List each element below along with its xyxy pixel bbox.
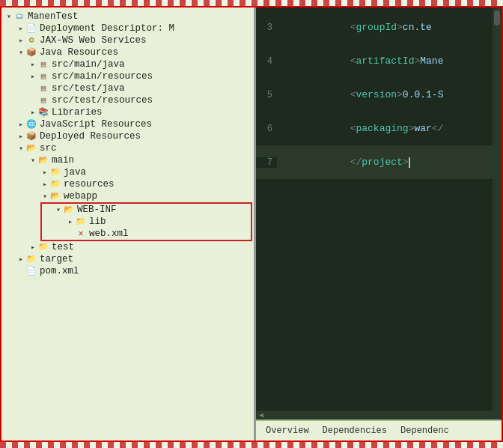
vertical-scrollbar[interactable] bbox=[493, 7, 502, 411]
tree-item-web-xml[interactable]: ✕ web.xml bbox=[42, 228, 251, 240]
tree-label: src/main/resources bbox=[52, 71, 153, 82]
bottom-scroll-bar[interactable]: ◀ bbox=[256, 411, 502, 420]
scroll-left-arrow[interactable]: ◀ bbox=[259, 411, 263, 420]
code-editor[interactable]: 3 <groupId>cn.te 4 <artifactId>Mane 5 bbox=[256, 7, 493, 411]
folder-icon: 📁 bbox=[49, 167, 61, 178]
tree-label: src/test/resources bbox=[52, 95, 153, 106]
tree-item-web-inf[interactable]: 📂 WEB-INF bbox=[42, 204, 251, 216]
tree-item-pom-xml[interactable]: 📄 pom.xml bbox=[1, 265, 254, 277]
tree-label: Deployment Descriptor: M bbox=[40, 23, 174, 34]
tree-item-java-resources[interactable]: 📦 Java Resources bbox=[1, 46, 254, 58]
tree-item-java[interactable]: 📁 java bbox=[1, 166, 254, 178]
expand-arrow bbox=[4, 12, 13, 21]
jaxws-icon: ⚙ bbox=[25, 35, 37, 46]
tab-overview[interactable]: Overview bbox=[259, 423, 316, 439]
tree-label: resources bbox=[64, 179, 115, 190]
libraries-icon: 📚 bbox=[37, 107, 49, 118]
folder-icon: 📁 bbox=[75, 217, 87, 227]
line-content: <version>0.0.1-S bbox=[277, 78, 443, 112]
line-number: 6 bbox=[256, 124, 277, 134]
tree-item-jaxws[interactable]: ⚙ JAX-WS Web Services bbox=[1, 34, 254, 46]
js-resources-icon: 🌐 bbox=[25, 119, 37, 130]
expand-arrow bbox=[40, 168, 49, 177]
tab-dependencies[interactable]: Dependencies bbox=[316, 423, 394, 439]
tree-item-src-test-java[interactable]: ▤ src/test/java bbox=[1, 82, 254, 94]
line-number: 7 bbox=[256, 157, 277, 168]
tree-item-deployment[interactable]: 📄 Deployment Descriptor: M bbox=[1, 22, 254, 34]
tree-label: webapp bbox=[64, 191, 97, 202]
code-line-4: 4 <artifactId>Mane bbox=[256, 44, 493, 78]
expand-arrow bbox=[28, 243, 37, 252]
line-number: 5 bbox=[256, 90, 277, 100]
project-explorer-panel: 🗂 ManenTest 📄 Deployment Descriptor: M ⚙… bbox=[1, 7, 256, 441]
bottom-tabs-bar: Overview Dependencies Dependenc bbox=[256, 420, 502, 441]
scroll-thumb[interactable] bbox=[494, 10, 500, 25]
code-line-7: 7 </project> bbox=[256, 145, 493, 179]
tree-label: src bbox=[40, 143, 57, 154]
tree-item-webapp[interactable]: 📂 webapp bbox=[1, 190, 254, 202]
descriptor-icon: 📄 bbox=[25, 23, 37, 34]
java-resources-icon: 📦 bbox=[25, 47, 37, 58]
tree-item-deployed-resources[interactable]: 📦 Deployed Resources bbox=[1, 130, 254, 142]
folder-open-icon: 📂 bbox=[63, 205, 75, 215]
src-folder-icon: ▤ bbox=[37, 71, 49, 82]
expand-arrow bbox=[66, 217, 75, 226]
expand-arrow bbox=[54, 205, 63, 214]
text-cursor bbox=[409, 157, 410, 168]
tree-item-manentest[interactable]: 🗂 ManenTest bbox=[1, 10, 254, 22]
tree-item-libraries[interactable]: 📚 Libraries bbox=[1, 106, 254, 118]
folder-icon: 📁 bbox=[37, 242, 49, 252]
tree-label: JAX-WS Web Services bbox=[40, 35, 147, 46]
folder-open-icon: 📂 bbox=[37, 155, 49, 166]
webinf-section: 📂 WEB-INF 📁 lib ✕ web.xml 手动加入 bbox=[1, 202, 254, 241]
tree-item-target[interactable]: 📁 target bbox=[1, 253, 254, 265]
tree-item-src-main-resources[interactable]: ▤ src/main/resources bbox=[1, 70, 254, 82]
expand-arrow bbox=[16, 255, 25, 264]
code-line-5: 5 <version>0.0.1-S bbox=[256, 78, 493, 112]
main-container: 🗂 ManenTest 📄 Deployment Descriptor: M ⚙… bbox=[0, 6, 503, 442]
expand-arrow bbox=[16, 132, 25, 141]
code-line-6: 6 <packaging>war</ bbox=[256, 112, 493, 145]
right-panel: 3 <groupId>cn.te 4 <artifactId>Mane 5 bbox=[256, 7, 502, 441]
tree-label: src/test/java bbox=[52, 83, 125, 94]
tree-label: lib bbox=[89, 217, 106, 227]
tree-label: ManenTest bbox=[28, 11, 79, 22]
code-container: 3 <groupId>cn.te 4 <artifactId>Mane 5 bbox=[256, 7, 502, 411]
tree-label: JavaScript Resources bbox=[40, 119, 152, 130]
tree-label: main bbox=[52, 155, 74, 166]
project-icon: 🗂 bbox=[13, 11, 25, 22]
tree-label: java bbox=[64, 167, 86, 178]
tree-label: WEB-INF bbox=[77, 205, 117, 215]
expand-arrow bbox=[40, 180, 49, 189]
expand-arrow bbox=[16, 48, 25, 57]
expand-arrow bbox=[16, 120, 25, 129]
line-content: <packaging>war</ bbox=[277, 112, 443, 145]
xml-icon: ✕ bbox=[75, 228, 87, 239]
line-content: <artifactId>Mane bbox=[277, 44, 443, 78]
src-folder-icon: ▤ bbox=[37, 59, 49, 70]
line-content: <groupId>cn.te bbox=[277, 10, 432, 44]
tree-item-src-test-resources[interactable]: ▤ src/test/resources bbox=[1, 94, 254, 106]
tree-label: Deployed Resources bbox=[40, 131, 141, 142]
line-content: </project> bbox=[277, 145, 410, 179]
bottom-decoration bbox=[0, 442, 503, 448]
line-number: 3 bbox=[256, 22, 277, 33]
tree-item-lib[interactable]: 📁 lib bbox=[42, 216, 251, 228]
tree-label: src/main/java bbox=[52, 59, 125, 70]
tree-item-src[interactable]: 📂 src bbox=[1, 142, 254, 154]
expand-arrow bbox=[16, 144, 25, 153]
folder-open-icon: 📂 bbox=[49, 191, 61, 202]
top-decoration bbox=[0, 0, 503, 6]
tab-dependency-management[interactable]: Dependenc bbox=[394, 423, 456, 439]
tree-label: pom.xml bbox=[40, 266, 79, 276]
folder-icon: 📁 bbox=[49, 179, 61, 190]
tree-item-resources[interactable]: 📁 resources bbox=[1, 178, 254, 190]
deployed-icon: 📦 bbox=[25, 131, 37, 142]
expand-arrow bbox=[16, 36, 25, 45]
tree-label: target bbox=[40, 254, 73, 264]
tree-item-js-resources[interactable]: 🌐 JavaScript Resources bbox=[1, 118, 254, 130]
tree-item-test[interactable]: 📁 test bbox=[1, 241, 254, 253]
tree-item-src-main-java[interactable]: ▤ src/main/java bbox=[1, 58, 254, 70]
expand-arrow bbox=[40, 192, 49, 201]
tree-item-main[interactable]: 📂 main bbox=[1, 154, 254, 166]
